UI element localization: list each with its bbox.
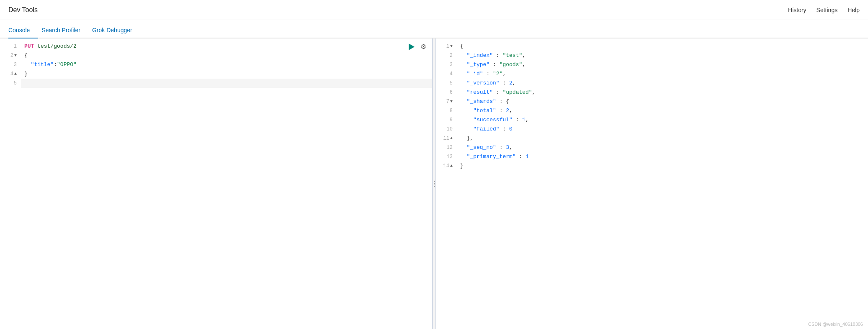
line-num-2: 2▼ xyxy=(0,51,21,60)
right-line-numbers: 1▼ 2 3 4 5 6 7▼ 8 9 10 11▲ 12 13 14▲ xyxy=(436,38,457,329)
r-line-num-11: 11▲ xyxy=(436,134,457,143)
r-code-line-6: "result" : "updated", xyxy=(457,88,868,97)
settings-link[interactable]: Settings xyxy=(816,7,838,13)
r-line-num-7: 7▼ xyxy=(436,97,457,106)
left-code-content[interactable]: PUT test/goods/2 { "title":"OPPO" } xyxy=(21,38,432,329)
header-actions: History Settings Help xyxy=(788,7,860,13)
r-code-line-14: } xyxy=(457,161,868,171)
left-code-line-2: { xyxy=(21,51,432,60)
right-code-area[interactable]: 1▼ 2 3 4 5 6 7▼ 8 9 10 11▲ 12 13 14▲ { "… xyxy=(436,38,868,329)
close-brace: } xyxy=(24,69,28,79)
r-line-num-13: 13 xyxy=(436,152,457,161)
path: test/goods/2 xyxy=(37,42,77,51)
r-code-line-5: "_version" : 2, xyxy=(457,79,868,88)
r-line-num-12: 12 xyxy=(436,143,457,152)
r-line-num-3: 3 xyxy=(436,60,457,69)
app-header: Dev Tools History Settings Help xyxy=(0,0,868,20)
left-line-numbers: 1 2▼ 3 4▲ 5 xyxy=(0,38,21,329)
r-line-num-1: 1▼ xyxy=(436,42,457,51)
r-line-num-10: 10 xyxy=(436,125,457,134)
key-title: "title" xyxy=(31,60,54,69)
r-code-line-13: "_primary_term" : 1 xyxy=(457,152,868,161)
r-code-line-12: "_seq_no" : 3, xyxy=(457,143,868,152)
left-code-line-1: PUT test/goods/2 xyxy=(21,42,432,51)
r-code-line-2: "_index" : "test", xyxy=(457,51,868,60)
line-num-4: 4▲ xyxy=(0,69,21,79)
method-put: PUT xyxy=(24,42,37,51)
r-line-num-9: 9 xyxy=(436,115,457,125)
r-line-num-5: 5 xyxy=(436,79,457,88)
left-code-line-5 xyxy=(21,79,432,88)
history-link[interactable]: History xyxy=(788,7,806,13)
left-code-line-3: "title":"OPPO" xyxy=(21,60,432,69)
r-code-line-1: { xyxy=(457,42,868,51)
colon: : xyxy=(54,60,57,69)
tabs-bar: Console Search Profiler Grok Debugger xyxy=(0,20,868,38)
r-code-line-10: "failed" : 0 xyxy=(457,125,868,134)
open-brace: { xyxy=(24,51,28,60)
r-code-line-3: "_type" : "goods", xyxy=(457,60,868,69)
tab-search-profiler[interactable]: Search Profiler xyxy=(41,23,89,38)
r-line-num-4: 4 xyxy=(436,69,457,79)
line-num-3: 3 xyxy=(0,60,21,69)
r-code-line-7: "_shards" : { xyxy=(457,97,868,106)
r-code-line-9: "successful" : 1, xyxy=(457,115,868,125)
left-editor-pane: ⚙ 1 2▼ 3 4▲ 5 PUT test/goods/2 { "title"… xyxy=(0,38,433,329)
right-editor-pane: 1▼ 2 3 4 5 6 7▼ 8 9 10 11▲ 12 13 14▲ { "… xyxy=(436,38,868,329)
tab-console[interactable]: Console xyxy=(8,23,38,38)
divider-dot-3 xyxy=(434,186,435,187)
pane-divider[interactable] xyxy=(433,38,436,329)
editors-container: ⚙ 1 2▼ 3 4▲ 5 PUT test/goods/2 { "title"… xyxy=(0,38,868,329)
empty-line xyxy=(24,79,28,88)
tab-grok-debugger[interactable]: Grok Debugger xyxy=(92,23,141,38)
play-icon xyxy=(409,43,415,50)
help-link[interactable]: Help xyxy=(847,7,860,13)
r-line-num-2: 2 xyxy=(436,51,457,60)
divider-dot-1 xyxy=(434,181,435,182)
r-code-line-8: "total" : 2, xyxy=(457,106,868,115)
run-button[interactable] xyxy=(408,43,415,51)
r-line-num-6: 6 xyxy=(436,88,457,97)
r-line-num-14: 14▲ xyxy=(436,161,457,171)
indent xyxy=(24,60,31,69)
r-line-num-8: 8 xyxy=(436,106,457,115)
line-num-5: 5 xyxy=(0,79,21,88)
divider-dot-2 xyxy=(434,183,435,184)
left-code-line-4: } xyxy=(21,69,432,79)
r-code-line-11: }, xyxy=(457,134,868,143)
app-title: Dev Tools xyxy=(8,6,38,14)
right-code-content[interactable]: { "_index" : "test", "_type" : "goods", … xyxy=(457,38,868,329)
watermark: CSDN @weixin_40618306 xyxy=(808,322,863,327)
val-oppo: "OPPO" xyxy=(57,60,77,69)
left-code-area[interactable]: 1 2▼ 3 4▲ 5 PUT test/goods/2 { "title":"… xyxy=(0,38,432,329)
wrench-button[interactable]: ⚙ xyxy=(420,42,427,51)
r-code-line-4: "_id" : "2", xyxy=(457,69,868,79)
line-num-1: 1 xyxy=(0,42,21,51)
editor-toolbar: ⚙ xyxy=(408,42,427,51)
